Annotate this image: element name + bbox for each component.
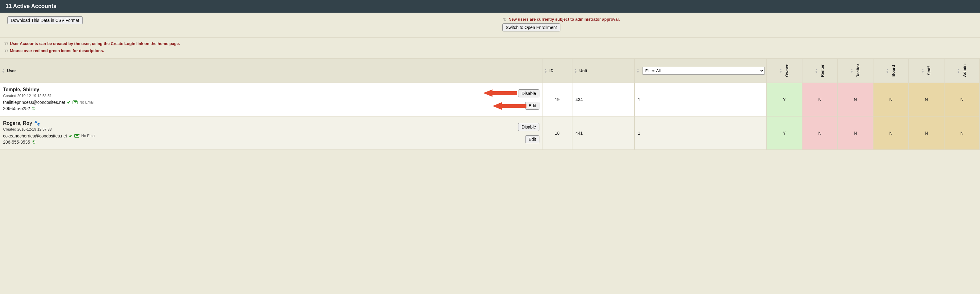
flag-cell: N [873,83,909,116]
user-name: Temple, Shirley [3,87,539,92]
mouseover-note: ☞ Mouse over red and green icons for des… [4,48,976,54]
flag-cell: N [838,116,873,150]
sort-icon[interactable] [886,68,889,74]
sort-icon[interactable] [544,68,547,74]
user-cell: Rogers, Roy 🐾 Created 2010-12-19 12:57:3… [0,116,542,150]
user-phone: 206-555-5252 [3,106,30,111]
user-email-line: thelittleprincess@condosites.net ✔ No Em… [3,100,539,105]
unit-cell: 434 [572,83,635,116]
hand-icon: ☞ [502,16,507,22]
user-phone-line: 206-555-3535 ✆ [3,140,539,145]
disable-button[interactable]: Disable [518,123,539,131]
id-cell: 19 [542,83,572,116]
flag-cell: N [802,83,838,116]
disable-button[interactable]: Disable [518,89,539,97]
sort-icon[interactable] [815,68,818,74]
user-email: cokeandcherries@condosites.net [3,133,67,138]
page-title: 11 Active Accounts [6,3,57,9]
check-icon: ✔ [69,133,73,138]
flag-cell: N [909,116,944,150]
create-login-note: ☞ User Accounts can be created by the us… [4,41,976,47]
approval-note: ☞ New users are currently subject to adm… [502,16,980,22]
col-header-id[interactable]: ID [542,59,572,83]
sort-icon[interactable] [779,68,782,74]
sort-icon[interactable] [2,68,5,74]
col-header-board[interactable]: Board [873,59,909,83]
flag-cell: N [944,83,980,116]
unit-cell: 441 [572,116,635,150]
no-email-label: No Email [81,134,96,138]
flag-cell: N [944,116,980,150]
col-header-owner[interactable]: Owner [767,59,802,83]
page-title-bar: 11 Active Accounts [0,0,980,13]
user-created: Created 2010-12-19 12:58:51 [3,94,539,98]
edit-button[interactable]: Edit [525,102,539,110]
user-name: Rogers, Roy 🐾 [3,120,539,126]
no-email-label: No Email [80,100,94,104]
paw-icon: 🐾 [34,120,40,126]
filter-cell: 1 [635,116,767,150]
table-row: Temple, Shirley Created 2010-12-19 12:58… [0,83,980,116]
switch-enrollment-button[interactable]: Switch to Open Enrollment [502,24,560,32]
user-email: thelittleprincess@condosites.net [3,100,65,105]
sort-icon[interactable] [922,68,924,74]
flag-cell: N [909,83,944,116]
download-csv-button[interactable]: Download This Data in CSV Format [7,16,83,24]
flag-cell: Y [767,116,802,150]
col-header-realtor[interactable]: Realtor [838,59,873,83]
user-cell: Temple, Shirley Created 2010-12-19 12:58… [0,83,542,116]
accounts-table: User ID Unit Filter: All [0,59,980,150]
col-header-filter[interactable]: Filter: All [635,59,767,83]
flag-cell: N [838,83,873,116]
sort-icon[interactable] [851,68,853,74]
toolbar: Download This Data in CSV Format ☞ New u… [0,13,980,38]
filter-select[interactable]: Filter: All [643,67,765,74]
sort-icon[interactable] [637,68,640,74]
flag-cell: Y [767,83,802,116]
sort-icon[interactable] [574,68,577,74]
edit-button[interactable]: Edit [525,135,539,143]
user-phone: 206-555-3535 [3,140,30,145]
check-icon: ✔ [67,100,71,105]
mail-icon [75,134,80,138]
id-cell: 18 [542,116,572,150]
row-actions: Disable Edit [518,123,539,143]
flag-cell: N [802,116,838,150]
mail-icon [73,100,78,104]
col-header-renter[interactable]: Renter [802,59,838,83]
flag-cell: N [873,116,909,150]
col-header-staff[interactable]: Staff [909,59,944,83]
col-header-unit[interactable]: Unit [572,59,635,83]
table-row: Rogers, Roy 🐾 Created 2010-12-19 12:57:3… [0,116,980,150]
phone-icon: ✆ [32,106,35,111]
accounts-tbody: Temple, Shirley Created 2010-12-19 12:58… [0,83,980,150]
hand-icon: ☞ [4,48,8,54]
hand-icon: ☞ [4,41,8,47]
approval-note-text: New users are currently subject to admin… [509,17,620,22]
row-actions: Disable Edit [518,89,539,110]
notes-block: ☞ User Accounts can be created by the us… [0,38,980,59]
sort-icon[interactable] [957,68,960,74]
filter-cell: 1 [635,83,767,116]
col-header-user[interactable]: User [0,59,542,83]
user-email-line: cokeandcherries@condosites.net ✔ No Emai… [3,133,539,138]
user-phone-line: 206-555-5252 ✆ [3,106,539,111]
col-header-admin[interactable]: Admin [944,59,980,83]
user-created: Created 2010-12-19 12:57:33 [3,127,539,131]
phone-icon: ✆ [32,140,35,145]
